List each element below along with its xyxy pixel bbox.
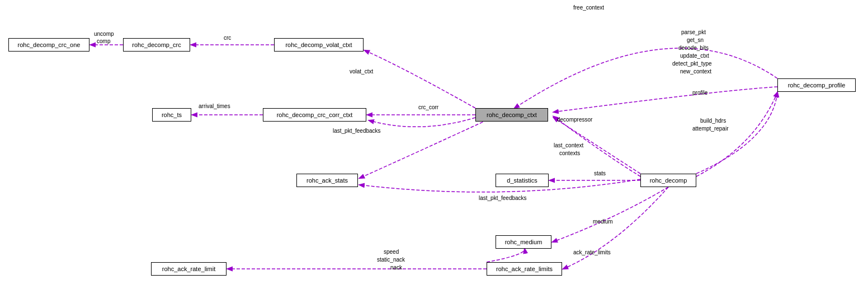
node-rohc-medium: rohc_medium — [496, 235, 551, 249]
label-crc: crc — [224, 35, 231, 41]
label-update-ctxt: update_ctxt — [680, 53, 709, 59]
label-nack: nack — [390, 264, 402, 271]
label-detect-pkt-type: detect_pkt_type — [672, 60, 712, 67]
label-decompressor: decompressor — [557, 117, 592, 123]
label-contexts: contexts — [559, 150, 580, 156]
label-get-sn: get_sn — [687, 37, 704, 43]
label-static-nack: static_nack — [377, 257, 405, 263]
node-d-statistics: d_statistics — [496, 174, 549, 187]
label-ack-rate-limits: ack_rate_limits — [573, 249, 611, 255]
node-rohc-decomp-ctxt: rohc_decomp_ctxt — [475, 108, 548, 122]
label-comp: comp — [97, 38, 110, 44]
node-rohc-ts: rohc_ts — [152, 108, 191, 122]
node-rohc-decomp-crc-one: rohc_decomp_crc_one — [8, 38, 89, 52]
label-speed: speed — [384, 249, 399, 255]
label-decode-bits: decode_bits — [678, 45, 709, 51]
label-parse-pkt: parse_pkt — [681, 29, 706, 35]
graph-container: rohc_decomp_crc_one rohc_decomp_crc rohc… — [0, 0, 868, 284]
label-stats: stats — [594, 170, 606, 176]
label-free-context: free_context — [573, 4, 604, 11]
node-rohc-ack-rate-limits: rohc_ack_rate_limits — [487, 262, 562, 276]
label-build-hdrs: build_hdrs — [700, 118, 726, 124]
node-rohc-decomp-profile: rohc_decomp_profile — [777, 78, 856, 92]
label-new-context: new_context — [680, 68, 711, 75]
label-uncomp: uncomp — [94, 31, 114, 37]
label-medium: medium — [593, 218, 613, 225]
label-last-context: last_context — [554, 142, 583, 148]
node-rohc-decomp-volat-ctxt: rohc_decomp_volat_ctxt — [274, 38, 364, 52]
label-last-pkt-feedbacks-bottom: last_pkt_feedbacks — [479, 195, 527, 201]
node-rohc-ack-stats: rohc_ack_stats — [296, 174, 358, 187]
label-crc-corr: crc_corr — [418, 104, 438, 110]
label-volat-ctxt: volat_ctxt — [350, 68, 373, 75]
label-profile: profile — [692, 90, 707, 96]
node-rohc-decomp-crc-corr-ctxt: rohc_decomp_crc_corr_ctxt — [263, 108, 366, 122]
node-rohc-ack-rate-limit: rohc_ack_rate_limit — [151, 262, 227, 276]
node-rohc-decomp: rohc_decomp — [640, 174, 696, 187]
label-arrival-times: arrival_times — [199, 103, 230, 109]
label-last-pkt-feedbacks-top: last_pkt_feedbacks — [333, 128, 381, 134]
node-rohc-decomp-crc: rohc_decomp_crc — [123, 38, 190, 52]
label-attempt-repair: attempt_repair — [692, 125, 728, 132]
